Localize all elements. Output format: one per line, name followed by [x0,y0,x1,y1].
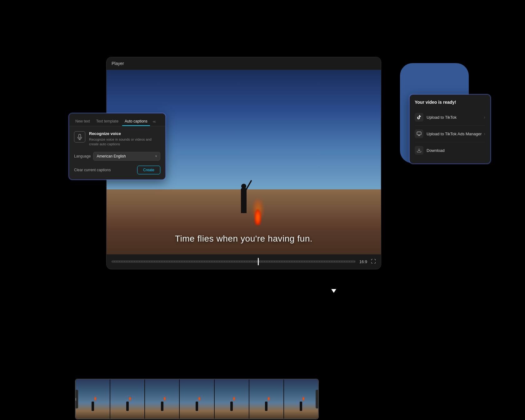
captions-tabs: New text Text template Auto captions ≪ [69,113,165,126]
filmstrip-frame [284,379,318,419]
filmstrip-frame [76,379,110,419]
filmstrip-frame [180,379,214,419]
tiktok-ads-icon [415,129,423,138]
filmstrip-flare-5 [233,397,235,401]
svg-rect-3 [417,132,421,135]
create-button[interactable]: Create [137,166,160,174]
flare [255,209,261,225]
filmstrip-figure-4 [196,402,198,411]
download-left: Download [415,146,445,155]
filmstrip-figure-7 [300,402,302,411]
upload-tiktok-option[interactable]: Upload to TikTok › [415,109,485,126]
filmstrip-container: ◀ [75,379,319,419]
filmstrip-flare-7 [302,397,304,401]
voice-title: Recognize voice [89,131,160,136]
player-titlebar: Player [107,57,381,70]
figure-silhouette [234,163,253,213]
filmstrip-flare-2 [129,397,131,401]
timeline-playhead [258,258,259,265]
video-caption: Time flies when you're having fun. [107,234,381,244]
ready-title: Your video is ready! [415,100,485,105]
timeline-dots [112,261,356,262]
recognize-voice-section: Recognize voice Recognize voice in sound… [74,131,160,147]
voice-text: Recognize voice Recognize voice in sound… [89,131,160,147]
tab-auto-captions[interactable]: Auto captions [122,117,150,126]
language-select[interactable]: American English ▾ [93,152,160,161]
tab-text-template[interactable]: Text template [94,117,121,126]
upload-tiktok-ads-label: Upload to TikTok Ads Manager [427,132,482,136]
filmstrip-figure-1 [92,402,94,411]
chevron-down-icon: ▾ [155,154,157,158]
player-title: Player [112,61,124,66]
filmstrip-frame [215,379,249,419]
download-option[interactable]: Download [415,142,485,158]
filmstrip-flare-3 [164,397,166,401]
tiktok-icon [415,113,423,122]
language-row: Language American English ▾ [74,152,160,161]
upload-tiktok-left: Upload to TikTok [415,113,457,122]
filmstrip-frame [110,379,144,419]
filmstrip-flare-6 [268,397,270,401]
upload-tiktok-ads-left: Upload to TikTok Ads Manager [415,129,482,138]
language-value: American English [97,154,126,158]
captions-panel: New text Text template Auto captions ≪ R… [69,113,166,180]
download-icon [415,146,423,155]
upload-tiktok-label: Upload to TikTok [427,115,457,120]
filmstrip-figure-2 [126,402,129,411]
voice-icon [74,131,85,142]
tab-collapse-arrows: ≪ [152,120,156,124]
filmstrip-frame [249,379,283,419]
tiktok-arrow-icon: › [484,115,485,120]
svg-rect-0 [79,134,81,138]
clear-captions-button[interactable]: Clear current captions [74,168,111,172]
ready-panel: Your video is ready! Upload to TikTok › [409,94,491,164]
filmstrip-right-arrow[interactable]: ▶ [316,390,319,408]
fullscreen-button[interactable]: ⛶ [371,259,376,264]
filmstrip-flare-4 [198,397,200,401]
captions-actions: Clear current captions Create [74,166,160,174]
upload-tiktok-ads-option[interactable]: Upload to TikTok Ads Manager › [415,126,485,142]
filmstrip-figure-6 [265,402,268,411]
filmstrip [76,379,318,419]
playhead-arrow [331,289,336,293]
timeline-track[interactable] [112,260,356,263]
figure-body [241,188,247,213]
filmstrip-figure-3 [161,402,163,411]
filmstrip-figure-5 [230,402,233,411]
voice-description: Recognize voice in sounds or videos and … [89,137,160,147]
download-label: Download [427,148,445,153]
filmstrip-frame [145,379,179,419]
language-label: Language [74,154,91,158]
filmstrip-left-arrow[interactable]: ◀ [75,390,78,408]
captions-body: Recognize voice Recognize voice in sound… [69,126,165,179]
tab-new-text[interactable]: New text [73,117,92,126]
timeline-bar: 16:9 ⛶ [107,254,381,269]
tiktok-ads-arrow-icon: › [484,131,485,136]
aspect-ratio-label[interactable]: 16:9 [359,259,367,264]
filmstrip-flare-1 [94,397,96,401]
